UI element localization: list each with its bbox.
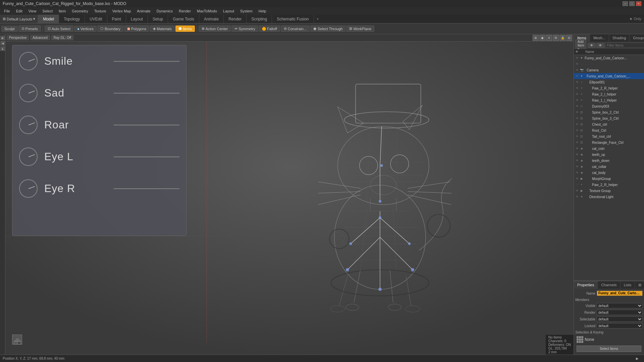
prop-selectable-select[interactable]: default (597, 316, 643, 322)
maximize-btn[interactable]: □ (629, 1, 635, 6)
eye-icon-btn[interactable]: 👁 (588, 43, 596, 48)
vis-icon[interactable]: 👁 (575, 128, 579, 133)
props-expand-btn[interactable]: ⊞ (635, 281, 644, 289)
list-item[interactable]: 👁 ◈ teeth_up (574, 152, 644, 158)
auto-select-btn[interactable]: ⊡ Auto Select (45, 25, 73, 32)
menu-vertexmap[interactable]: Vertex Map (110, 8, 134, 14)
list-item[interactable]: 👁 ◈ cat_body (574, 170, 644, 176)
vp-settings-btn[interactable]: ⚙ (553, 35, 559, 41)
morph-smile-dial[interactable] (19, 52, 38, 70)
vis-icon[interactable]: 👁 (575, 80, 579, 84)
list-item[interactable]: 👁 ◈ cat_collar (574, 164, 644, 170)
falloff-btn[interactable]: ⬤ Falloff (259, 25, 280, 32)
list-item[interactable]: 👁 📷 Camera (574, 67, 644, 73)
morph-sad-dial[interactable] (19, 84, 38, 102)
menu-layout[interactable]: Layout (220, 8, 237, 14)
prop-locked-select[interactable]: default (597, 323, 643, 328)
tab-paint[interactable]: Paint (107, 15, 126, 23)
vp-grid-btn[interactable]: # (546, 35, 552, 41)
list-item[interactable]: 👁 + Paw_2_R_helper (574, 182, 644, 188)
vis-icon[interactable]: 👁 (575, 86, 579, 90)
raygl-btn[interactable]: Ray GL: Off (51, 35, 74, 40)
prop-name-value[interactable]: Funny_and_Cute_Cartoon_Cat_... (597, 291, 643, 296)
tab-uvedit[interactable]: UVEdit (85, 15, 107, 23)
list-item[interactable]: 👁 ▶ MorphGroup (574, 176, 644, 182)
vis-icon[interactable]: 👁 (575, 110, 579, 115)
morph-eye-l-dial[interactable] (19, 147, 38, 166)
vis-icon[interactable]: 👁 (575, 182, 579, 187)
list-item[interactable]: 👁 ⊡ Tail_root_ctrl (574, 133, 644, 139)
vis-icon[interactable]: 👁 (575, 116, 579, 121)
list-item[interactable]: 👁 ▼ Funny_and_Cute_Cartoon... (574, 55, 644, 61)
materials-btn[interactable]: ◈ Materials (150, 25, 175, 32)
vis-icon[interactable]: 👁 (575, 152, 579, 157)
tab-topology[interactable]: Topology (59, 15, 85, 23)
vis-icon[interactable]: 👁 (575, 194, 579, 199)
close-btn[interactable]: ✕ (636, 1, 641, 6)
vertices-btn[interactable]: ● Vertices (74, 26, 97, 32)
vis-icon[interactable]: 👁 (575, 122, 579, 127)
morph-eye-l-slider[interactable] (114, 157, 180, 157)
menu-dynamics[interactable]: Dynamics (154, 8, 175, 14)
morph-sad-slider[interactable] (114, 93, 180, 94)
vp-fullscreen-btn[interactable]: ⊞ (533, 35, 539, 41)
list-item[interactable]: 👁 · (574, 61, 644, 67)
tab-model[interactable]: Model (38, 15, 59, 23)
menu-geometry[interactable]: Geometry (69, 8, 91, 14)
list-item[interactable]: 👁 ◈ cat_coin (574, 145, 644, 152)
list-item[interactable]: 👁 □ Dummy003 (574, 103, 644, 109)
prop-render-select[interactable]: default (597, 310, 643, 315)
lists-tab[interactable]: Lists (621, 281, 635, 289)
list-item[interactable]: 👁 ▼ Funny_and_Cute_Cartoon_... (574, 73, 644, 79)
prop-visible-select[interactable]: default (597, 303, 643, 308)
eye-icon2-btn[interactable]: 👁 (596, 43, 604, 48)
menu-select[interactable]: Select (40, 8, 55, 14)
menu-render[interactable]: Render (176, 8, 194, 14)
menu-item[interactable]: Item (56, 8, 68, 14)
menu-texture[interactable]: Texture (92, 8, 109, 14)
left-panel-icon-3[interactable]: ▲ (0, 46, 5, 51)
properties-tab[interactable]: Properties (574, 281, 598, 289)
tab-schematicfusion[interactable]: Schematic Fusion (272, 15, 314, 23)
vis-icon[interactable]: 👁 (575, 68, 579, 72)
sculpt-btn[interactable]: Sculpt (1, 26, 18, 32)
vis-icon[interactable]: 👁 (575, 104, 579, 109)
symmetry-btn[interactable]: ⇔ Symmetry (231, 25, 258, 32)
perspective-btn[interactable]: Perspective (7, 35, 29, 40)
list-item[interactable]: 👁 ⊡ Chest_ctrl (574, 121, 644, 127)
items-btn[interactable]: ⬢ Items (175, 25, 195, 32)
vis-icon[interactable]: 👁 (575, 146, 579, 151)
menu-view[interactable]: View (26, 8, 39, 14)
list-item[interactable]: 👁 ⊡ Spine_box_2_Ctrl (574, 109, 644, 115)
vis-icon[interactable]: 👁 (575, 62, 579, 66)
viewport-canvas[interactable]: Smile Sad Roar Eye L (5, 42, 574, 355)
list-item[interactable]: 👁 ⊡ Spine_box_3_Ctrl (574, 115, 644, 121)
list-item[interactable]: 👁 + Raw_2_l_helper (574, 91, 644, 97)
shading-panel-tab[interactable]: Shading (609, 34, 630, 42)
list-item[interactable]: 👁 ▶ Texture Group (574, 188, 644, 194)
mesh-panel-tab[interactable]: Mesh... (590, 34, 609, 42)
menu-file[interactable]: File (1, 8, 13, 14)
menu-animate[interactable]: Animate (134, 8, 153, 14)
tab-gametools[interactable]: Game Tools (168, 15, 199, 23)
select-items-btn[interactable]: Select Items (577, 346, 641, 352)
tab-render[interactable]: Render (224, 15, 247, 23)
morph-eye-r-slider[interactable] (114, 188, 180, 189)
morph-roar-slider[interactable] (114, 125, 180, 125)
vp-panels-btn[interactable]: ⊟ (566, 35, 572, 41)
vis-icon[interactable]: 👁 (575, 74, 579, 78)
presets-btn[interactable]: ⊙ Presets (18, 25, 41, 32)
vis-icon[interactable]: 👁 (575, 92, 579, 97)
tab-setup[interactable]: Setup (148, 15, 168, 23)
tab-layout[interactable]: Layout (126, 15, 148, 23)
tab-scripting[interactable]: Scripting (247, 15, 272, 23)
vis-icon[interactable]: 👁 (575, 158, 579, 163)
action-center-btn[interactable]: ⊕ Action Center (199, 25, 231, 32)
list-item[interactable]: 👁 + Paw_2_R_helper (574, 85, 644, 91)
list-item[interactable]: 👁 ○ Ellipse001 (574, 79, 644, 85)
constrain-btn[interactable]: ⊘ Constrain... (281, 25, 310, 32)
list-item[interactable]: 👁 ⊡ Rectangle_Face_Ctrl (574, 139, 644, 145)
mini-cube-nav[interactable] (12, 335, 22, 345)
channels-tab[interactable]: Channels (598, 281, 620, 289)
vis-icon[interactable]: 👁 (575, 56, 579, 60)
